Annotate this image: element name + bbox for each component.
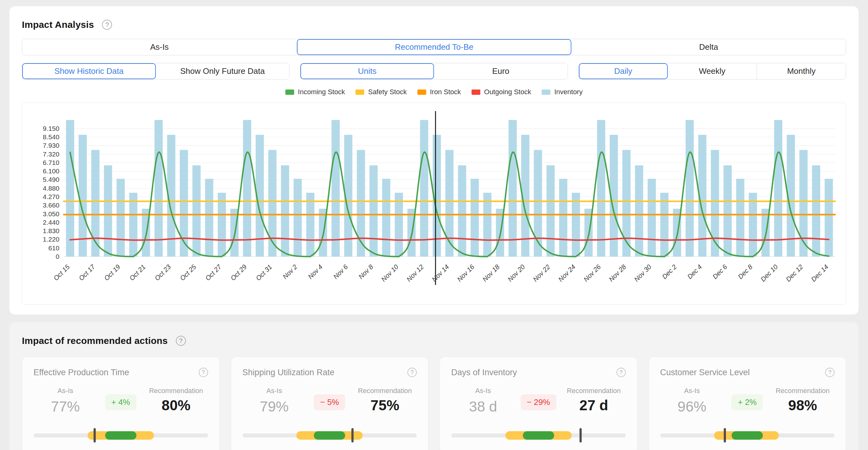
inventory-bar: [812, 165, 820, 257]
inventory-bar: [648, 179, 656, 257]
y-axis-tick-label: 8.540: [43, 133, 59, 141]
delta-badge: − 29%: [521, 394, 556, 410]
help-icon[interactable]: ?: [616, 368, 626, 377]
kpi-optimal-band: [314, 431, 345, 440]
legend-label: Safety Stock: [368, 88, 407, 96]
x-axis-tick-label: Oct 29: [229, 263, 248, 282]
inventory-bar: [370, 165, 378, 257]
toggle-show-historic-data[interactable]: Show Historic Data: [22, 63, 156, 79]
kpi-delta-wrap: + 2%: [724, 394, 771, 410]
y-axis-tick-label: 6.710: [43, 159, 59, 166]
inventory-bar: [306, 193, 314, 257]
recommendation-label: Recommendation: [562, 387, 626, 395]
x-axis-tick-label: Nov 16: [456, 263, 476, 283]
x-axis-tick-label: Nov 12: [405, 263, 425, 283]
kpi-card-header: Effective Production Time?: [33, 368, 208, 378]
inventory-bar: [104, 165, 112, 257]
x-axis-tick-label: Nov 26: [582, 263, 602, 283]
x-axis-tick-label: Nov 14: [431, 263, 451, 283]
toggle-weekly[interactable]: Weekly: [668, 63, 756, 79]
kpi-optimal-band: [523, 431, 554, 440]
x-axis-tick-label: Oct 23: [153, 263, 172, 282]
x-axis-tick-label: Nov 6: [332, 263, 349, 280]
y-axis-tick-label: 7.320: [43, 151, 59, 158]
kpi-as-is-column: As-Is38 d: [451, 387, 515, 415]
help-icon[interactable]: ?: [825, 368, 835, 377]
y-axis-tick-label: 4.880: [43, 185, 59, 192]
recommendation-label: Recommendation: [144, 387, 208, 395]
kpi-as-is-column: As-Is96%: [660, 387, 724, 415]
legend-label: Outgoing Stock: [484, 88, 531, 96]
stock-chart: 06101.2201.8302.4403.0503.6604.2704.8805…: [26, 109, 842, 303]
help-icon[interactable]: ?: [176, 336, 186, 346]
tab-recommended-to-be[interactable]: Recommended To-Be: [297, 39, 571, 55]
as-is-value: 38 d: [451, 398, 515, 415]
x-axis-tick-label: Dec 2: [660, 263, 678, 280]
kpi-recommendation-column: Recommendation80%: [144, 387, 208, 414]
inventory-bar: [420, 120, 428, 256]
inventory-bar: [205, 179, 213, 257]
inventory-bar: [508, 120, 517, 256]
y-axis-tick-label: 5.490: [43, 176, 59, 183]
kpi-delta-wrap: − 29%: [515, 394, 562, 410]
y-axis-tick-label: 3.660: [43, 202, 59, 209]
recommendation-value: 27 d: [562, 397, 626, 414]
kpi-delta-wrap: + 4%: [97, 394, 144, 410]
kpi-title: Customer Service Level: [660, 368, 750, 378]
inventory-bar: [281, 165, 289, 257]
granularity-toggle-group: DailyWeeklyMonthly: [579, 63, 846, 80]
inventory-bar: [635, 165, 643, 257]
page-title: Impact Analysis: [22, 20, 94, 30]
legend-item-outgoing-stock: Outgoing Stock: [471, 88, 531, 96]
as-is-value: 77%: [33, 398, 97, 415]
kpi-recommendation-column: Recommendation98%: [771, 387, 835, 414]
tab-delta[interactable]: Delta: [571, 39, 846, 55]
impact-actions-title: Impact of recommended actions: [22, 335, 168, 346]
kpi-optimal-band: [105, 431, 136, 440]
inventory-bar: [686, 120, 694, 256]
y-axis-tick-label: 6.100: [43, 168, 59, 175]
inventory-bar: [117, 179, 125, 257]
help-icon[interactable]: ?: [407, 368, 417, 377]
kpi-card-effective-production-time: Effective Production Time?As-Is77%+ 4%Re…: [22, 357, 220, 450]
toggle-units[interactable]: Units: [300, 63, 434, 79]
recommendation-label: Recommendation: [771, 387, 835, 395]
kpi-range-bar: [33, 428, 208, 443]
toggle-show-only-future-data[interactable]: Show Only Future Data: [156, 63, 289, 79]
inventory-bar: [572, 193, 580, 257]
legend-item-incoming-stock: Incoming Stock: [285, 88, 345, 96]
x-axis-tick-label: Oct 19: [103, 263, 121, 282]
y-axis-tick-label: 4.270: [43, 193, 59, 200]
history-toggle-group: Show Historic DataShow Only Future Data: [22, 63, 289, 80]
toggle-euro[interactable]: Euro: [434, 63, 568, 79]
x-axis-tick-label: Dec 8: [737, 263, 754, 280]
y-axis-tick-label: 3.050: [43, 210, 59, 217]
inventory-bar: [471, 179, 479, 257]
as-is-value: 96%: [660, 398, 724, 415]
y-axis-tick-label: 0: [56, 253, 59, 260]
kpi-range-bar: [243, 428, 417, 443]
recommendation-value: 98%: [771, 397, 835, 414]
x-axis-tick-label: Dec 10: [759, 263, 779, 283]
as-is-label: As-Is: [243, 387, 306, 395]
x-axis-tick-label: Nov 20: [506, 263, 526, 283]
impact-analysis-card: Impact Analysis ? As-IsRecommended To-Be…: [9, 6, 859, 314]
toggle-daily[interactable]: Daily: [579, 63, 668, 79]
inventory-bar: [547, 165, 555, 257]
as-is-label: As-Is: [451, 387, 515, 395]
tab-as-is[interactable]: As-Is: [22, 39, 297, 55]
legend-item-inventory: Inventory: [541, 88, 583, 96]
help-icon[interactable]: ?: [199, 368, 208, 377]
x-axis-tick-label: Nov 4: [307, 263, 324, 280]
help-icon[interactable]: ?: [102, 20, 112, 30]
y-axis-tick-label: 2.440: [43, 219, 59, 226]
impact-of-actions-panel: Impact of recommended actions ? Effectiv…: [9, 322, 859, 450]
iron-stock-swatch-icon: [417, 90, 426, 95]
x-axis-tick-label: Oct 17: [77, 263, 96, 282]
recommendation-value: 80%: [144, 397, 208, 414]
toggle-monthly[interactable]: Monthly: [756, 63, 846, 79]
inventory-bar: [243, 120, 251, 256]
kpi-card-header: Shipping Utilization Rate?: [243, 368, 417, 378]
delta-badge: + 4%: [105, 394, 136, 410]
kpi-optimal-band: [732, 431, 763, 440]
